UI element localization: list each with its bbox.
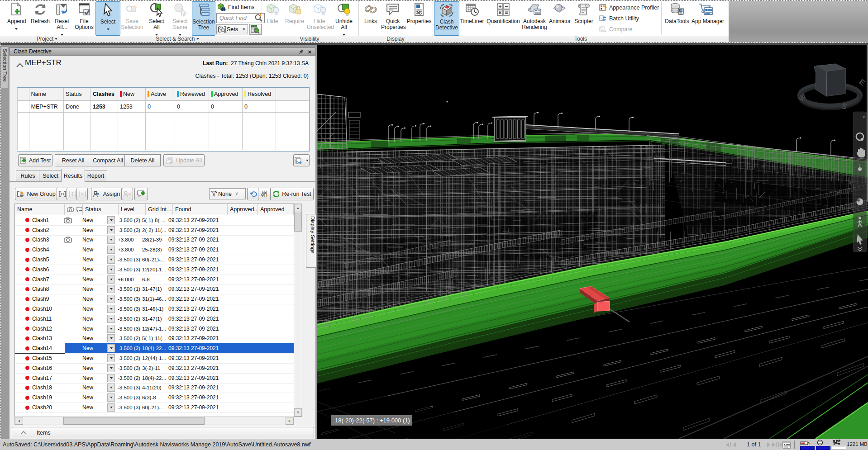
svg-text:×: × (863, 115, 865, 119)
svg-text:18(-20)-22(-57) : +19.000 (1): 18(-20)-22(-57) : +19.000 (1) (335, 417, 410, 424)
svg-text:E: E (858, 77, 867, 87)
